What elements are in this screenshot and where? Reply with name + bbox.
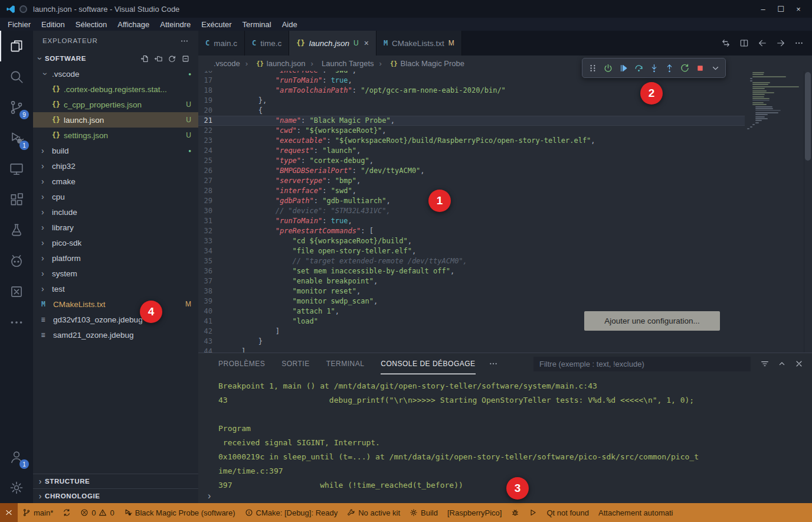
extensions-icon[interactable] xyxy=(0,184,33,215)
menu-item[interactable]: Fichier xyxy=(2,20,36,29)
add-configuration-button[interactable]: Ajouter une configuration... xyxy=(584,311,720,331)
editor-tab[interactable]: {}launch.jsonU× xyxy=(289,31,376,56)
menu-item[interactable]: Affichage xyxy=(112,20,155,29)
step-out-icon[interactable] xyxy=(662,61,676,75)
chevron-up-icon[interactable] xyxy=(777,359,787,368)
maximize-button[interactable]: ☐ xyxy=(772,5,790,14)
tree-item[interactable]: ≡gd32vf103_ozone.jdebug xyxy=(33,312,198,327)
code-line[interactable]: 32 "preRestartCommands": [ xyxy=(198,226,745,236)
kit-status[interactable]: No active kit xyxy=(342,503,405,522)
build-target[interactable]: [RaspberryPico] xyxy=(443,503,506,522)
package-x-icon[interactable] xyxy=(0,276,33,307)
menu-item[interactable]: Exécuter xyxy=(196,20,237,29)
tree-item[interactable]: ›pico-sdk xyxy=(33,235,198,250)
sidebar-section-header[interactable]: ›STRUCTURE xyxy=(33,474,198,488)
tree-item[interactable]: ›chip32 xyxy=(33,158,198,174)
tree-item[interactable]: MCMakeLists.txtM xyxy=(33,296,198,312)
panel-tab[interactable]: TERMINAL xyxy=(326,353,365,374)
continue-icon[interactable] xyxy=(616,61,630,75)
minimize-button[interactable]: – xyxy=(754,5,772,14)
panel-tab[interactable]: PROBLÈMES xyxy=(218,353,265,374)
code-line[interactable]: 35 // "target extended-remote /dev/ttyAC… xyxy=(198,256,745,266)
editor-tab[interactable]: MCMakeLists.txtM xyxy=(376,31,462,56)
menu-item[interactable]: Terminal xyxy=(237,20,277,29)
tree-item[interactable]: {}settings.jsonU xyxy=(33,128,198,143)
code-line[interactable]: 26 "BMPGDBSerialPort": "/dev/ttyACM0", xyxy=(198,166,745,176)
tree-item[interactable]: {}c_cpp_properties.jsonU xyxy=(33,97,198,112)
code-line[interactable]: 20 { xyxy=(198,106,745,116)
tree-item[interactable]: {}launch.jsonU xyxy=(33,112,198,128)
sync-button[interactable] xyxy=(58,503,76,522)
tree-item[interactable]: ›build xyxy=(33,143,198,158)
tree-item[interactable]: {}.cortex-debug.registers.stat... xyxy=(33,81,198,97)
code-line[interactable]: 38 "monitor reset", xyxy=(198,286,745,296)
tree-item[interactable]: ›system xyxy=(33,266,198,281)
tree-item[interactable]: ›.vscode xyxy=(33,66,198,81)
more-actions-icon[interactable] xyxy=(794,38,804,48)
code-line[interactable]: 30 // "device": "STM32L431VC", xyxy=(198,206,745,216)
tree-item[interactable]: ›include xyxy=(33,204,198,220)
tree-item[interactable]: ≡samd21_ozone.jdebug xyxy=(33,327,198,342)
sidebar-section-header[interactable]: ›CHRONOLOGIE xyxy=(33,488,198,503)
scrollbar-thumb[interactable] xyxy=(805,72,811,161)
tree-item[interactable]: ›library xyxy=(33,220,198,235)
code-line[interactable]: 21 "name": "Black Magic Probe", xyxy=(198,116,745,126)
cmake-status[interactable]: CMake: [Debug]: Ready xyxy=(240,503,343,522)
stop-icon[interactable] xyxy=(693,61,707,75)
code-line[interactable]: 25 "type": "cortex-debug", xyxy=(198,156,745,166)
tree-item[interactable]: ›test xyxy=(33,281,198,296)
debug-target-button[interactable] xyxy=(506,503,524,522)
remote-explorer-icon[interactable] xyxy=(0,154,33,184)
code-line[interactable]: 39 "monitor swdp_scan", xyxy=(198,296,745,306)
code-line[interactable]: 36 "set mem inaccessible-by-default off"… xyxy=(198,266,745,276)
drag-handle-icon[interactable] xyxy=(585,61,600,75)
close-panel-icon[interactable] xyxy=(794,359,804,368)
code-line[interactable]: 18 "armToolchainPath": "/opt/gcc-arm-non… xyxy=(198,86,745,96)
forward-icon[interactable] xyxy=(776,38,785,48)
remote-indicator[interactable] xyxy=(0,503,18,522)
close-button[interactable]: × xyxy=(790,5,807,14)
run-debug-icon[interactable]: 1 xyxy=(0,123,33,154)
code-line[interactable]: 28 "interface": "swd", xyxy=(198,186,745,196)
menu-item[interactable]: Sélection xyxy=(70,20,112,29)
new-file-icon[interactable] xyxy=(140,54,149,63)
account-icon[interactable]: 1 xyxy=(0,442,33,472)
new-folder-icon[interactable] xyxy=(154,54,163,63)
problems-status[interactable]: 00 xyxy=(76,503,119,522)
editor-tab[interactable]: Ctime.c xyxy=(245,31,289,56)
panel-tab[interactable]: SORTIE xyxy=(281,353,309,374)
chevron-down-icon[interactable] xyxy=(708,61,722,75)
breadcrumb-item[interactable]: .vscode xyxy=(214,59,240,68)
scrollbar[interactable] xyxy=(804,71,812,353)
power-icon[interactable] xyxy=(601,61,615,75)
editor-tab[interactable]: Cmain.c xyxy=(198,31,245,56)
build-button[interactable]: Build xyxy=(405,503,443,522)
code-line[interactable]: 37 "enable breakpoint", xyxy=(198,276,745,286)
close-icon[interactable]: × xyxy=(364,38,369,48)
testing-flask-icon[interactable] xyxy=(0,215,33,246)
source-control-icon[interactable]: 9 xyxy=(0,92,33,123)
breadcrumb-item[interactable]: {}Black Magic Probe xyxy=(374,59,464,68)
restart-icon[interactable] xyxy=(677,61,692,75)
platformio-icon[interactable] xyxy=(0,246,33,276)
launch-target-button[interactable] xyxy=(524,503,542,522)
code-line[interactable]: 34 "file open-story-teller.elf", xyxy=(198,246,745,256)
search-icon[interactable] xyxy=(0,61,33,92)
code-line[interactable]: 27 "servertype": "bmp", xyxy=(198,176,745,186)
tree-item[interactable]: ›cmake xyxy=(33,174,198,189)
debug-config-status[interactable]: Black Magic Probe (software) xyxy=(119,503,240,522)
panel-tab[interactable]: CONSOLE DE DÉBOGAGE xyxy=(381,353,475,374)
code-line[interactable]: 31 "runToMain": true, xyxy=(198,216,745,226)
tree-item[interactable]: ›cpu xyxy=(33,189,198,204)
code-line[interactable]: 33 "cd ${workspaceRoot}/build", xyxy=(198,236,745,246)
attach-status[interactable]: Attachement automati xyxy=(594,503,677,522)
step-into-icon[interactable] xyxy=(647,61,661,75)
step-over-icon[interactable] xyxy=(631,61,646,75)
code-line[interactable]: 44 ] xyxy=(198,347,745,353)
settings-gear-icon[interactable] xyxy=(0,472,33,503)
code-line[interactable]: 19 }, xyxy=(198,96,745,106)
refresh-icon[interactable] xyxy=(168,54,176,63)
breadcrumb-item[interactable]: Launch Targets xyxy=(306,59,374,68)
code-line[interactable]: 22 "cwd": "${workspaceRoot}", xyxy=(198,126,745,136)
minimap[interactable] xyxy=(745,72,804,130)
